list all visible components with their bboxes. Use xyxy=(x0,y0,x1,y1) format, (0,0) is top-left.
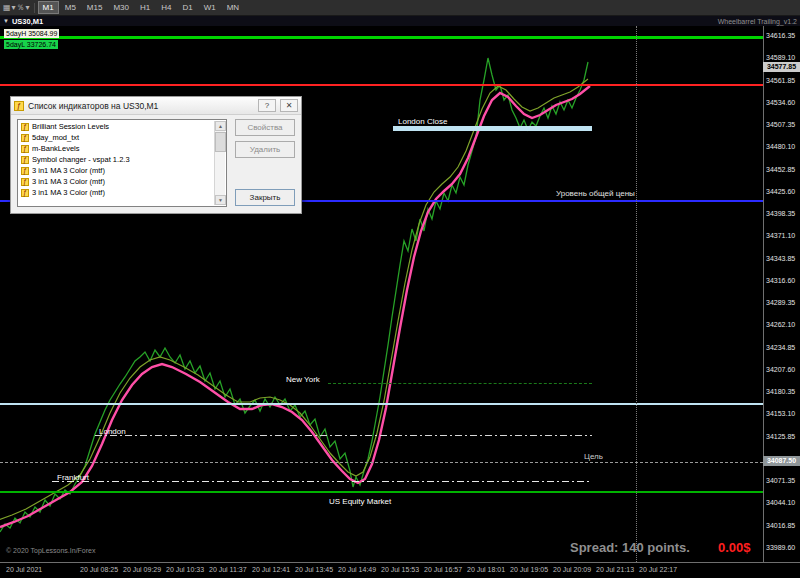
close-icon[interactable]: ✕ xyxy=(280,99,298,112)
dialog-title: Список индикаторов на US30,M1 xyxy=(28,101,254,111)
price-axis-label: 34452.85 xyxy=(766,166,795,173)
target-price-badge: 34087.50 xyxy=(763,456,800,466)
time-axis-label: 20 Jul 19:05 xyxy=(510,566,548,573)
price-axis-label: 34398.35 xyxy=(766,210,795,217)
scroll-up-icon[interactable]: ▲ xyxy=(215,121,226,131)
indicator-list-item[interactable]: ƒSymbol changer - vspat 1.2.3 xyxy=(19,154,213,165)
indicator-function-icon: ƒ xyxy=(21,156,29,164)
timeframe-w1-button[interactable]: W1 xyxy=(199,1,221,14)
time-axis-label: 20 Jul 20:09 xyxy=(553,566,591,573)
indicator-function-icon: ƒ xyxy=(21,189,29,197)
indicator-name: Symbol changer - vspat 1.2.3 xyxy=(32,155,130,164)
indicator-function-icon: ƒ xyxy=(21,178,29,186)
indicator-list-item[interactable]: ƒ5day_mod_txt xyxy=(19,132,213,143)
day-high-tag: 5dayH 35084.99 xyxy=(4,29,59,38)
time-axis-label: 20 Jul 08:25 xyxy=(80,566,118,573)
indicator-list-items: ƒBrilliant Session Levelsƒ5day_mod_txtƒm… xyxy=(19,121,213,198)
window-grid-icon[interactable]: ▦ xyxy=(3,3,11,12)
indicator-name: Brilliant Session Levels xyxy=(32,122,109,131)
timeframe-d1-button[interactable]: D1 xyxy=(177,1,197,14)
ea-name: Wheelbarrel Trailing_v1.2 xyxy=(718,18,797,25)
timeframe-bar: M1M5M15M30H1H4D1W1MN xyxy=(38,1,245,14)
indicator-name: 3 in1 MA 3 Color (mtf) xyxy=(32,166,105,175)
time-axis-label: 20 Jul 10:33 xyxy=(166,566,204,573)
toolbar-separator xyxy=(34,3,35,13)
time-axis-label: 20 Jul 09:29 xyxy=(123,566,161,573)
timeframe-m30-button[interactable]: M30 xyxy=(108,1,134,14)
time-axis-label: 20 Jul 11:37 xyxy=(209,566,247,573)
indicator-function-icon: ƒ xyxy=(21,134,29,142)
time-axis-label: 20 Jul 14:49 xyxy=(338,566,376,573)
indicator-list-item[interactable]: ƒm-BankLevels xyxy=(19,143,213,154)
properties-button[interactable]: Свойства xyxy=(235,119,295,136)
delete-button[interactable]: Удалить xyxy=(235,141,295,158)
chevron-down-icon-1[interactable]: ▾ xyxy=(12,3,16,12)
timeframe-h4-button[interactable]: H4 xyxy=(156,1,176,14)
indicators-dialog: ƒ Список индикаторов на US30,M1 ? ✕ ƒBri… xyxy=(10,96,302,214)
timeframe-m15-button[interactable]: M15 xyxy=(82,1,108,14)
indicator-list-icon: ƒ xyxy=(14,101,24,111)
price-axis-label: 34180.35 xyxy=(766,388,795,395)
copyright-text: © 2020 TopLessons.In/Forex xyxy=(6,547,95,554)
timeframe-mn-button[interactable]: MN xyxy=(222,1,244,14)
indicator-listbox[interactable]: ƒBrilliant Session Levelsƒ5day_mod_txtƒm… xyxy=(17,119,227,207)
price-axis-label: 34480.10 xyxy=(766,143,795,150)
timeframe-m5-button[interactable]: M5 xyxy=(60,1,81,14)
indicator-name: m-BankLevels xyxy=(32,144,80,153)
indicator-name: 3 in1 MA 3 Color (mtf) xyxy=(32,177,105,186)
price-axis-border xyxy=(763,26,764,562)
price-axis-label: 34262.10 xyxy=(766,321,795,328)
metatrader-window: ▦▾％▾ M1M5M15M30H1H4D1W1MN ▼ US30,M1 Whee… xyxy=(0,0,800,578)
profit-text: 0.00$ xyxy=(718,540,751,555)
close-button[interactable]: Закрыть xyxy=(235,189,295,206)
price-axis-label: 34071.35 xyxy=(766,477,795,484)
price-axis-label: 34343.85 xyxy=(766,255,795,262)
timeframe-h1-button[interactable]: H1 xyxy=(135,1,155,14)
listbox-scrollbar[interactable]: ▲ ▼ xyxy=(214,121,225,205)
price-axis-label: 34561.85 xyxy=(766,77,795,84)
period-separator-line xyxy=(636,26,637,562)
spread-text: Spread: 140 points. xyxy=(570,540,690,555)
time-axis-label: 20 Jul 16:57 xyxy=(424,566,462,573)
price-axis-label: 34289.35 xyxy=(766,299,795,306)
collapse-triangle-icon[interactable]: ▼ xyxy=(3,18,9,24)
time-axis-label: 20 Jul 12:41 xyxy=(252,566,290,573)
indicator-list-item[interactable]: ƒ3 in1 MA 3 Color (mtf) xyxy=(19,187,213,198)
price-axis-label: 34153.10 xyxy=(766,410,795,417)
time-axis-label: 20 Jul 22:17 xyxy=(639,566,677,573)
help-icon[interactable]: ? xyxy=(258,99,276,112)
scroll-down-icon[interactable]: ▼ xyxy=(215,195,226,205)
price-axis-label: 34507.35 xyxy=(766,121,795,128)
indicator-function-icon: ƒ xyxy=(21,167,29,175)
price-axis-label: 34316.60 xyxy=(766,277,795,284)
indicator-name: 3 in1 MA 3 Color (mtf) xyxy=(32,188,105,197)
indicator-list-item[interactable]: ƒ3 in1 MA 3 Color (mtf) xyxy=(19,165,213,176)
scrollbar-thumb[interactable] xyxy=(215,132,226,152)
chevron-down-icon-2[interactable]: ▾ xyxy=(26,3,30,12)
price-axis-label: 34425.60 xyxy=(766,188,795,195)
time-axis-label: 20 Jul 18:01 xyxy=(467,566,505,573)
price-axis-label: 34016.85 xyxy=(766,522,795,529)
price-axis-label: 34616.35 xyxy=(766,32,795,39)
day-low-tag: 5dayL 33726.74 xyxy=(4,40,58,49)
time-axis-label: 20 Jul 21:13 xyxy=(596,566,634,573)
dialog-body: ƒBrilliant Session Levelsƒ5day_mod_txtƒm… xyxy=(11,115,301,214)
percent-scale-icon[interactable]: ％ xyxy=(17,2,25,13)
price-axis-label: 34044.10 xyxy=(766,499,795,506)
indicator-function-icon: ƒ xyxy=(21,123,29,131)
time-axis-label: 20 Jul 15:53 xyxy=(381,566,419,573)
chart-title-bar[interactable]: ▼ US30,M1 Wheelbarrel Trailing_v1.2 xyxy=(0,16,800,26)
price-axis-label: 33989.60 xyxy=(766,544,795,551)
price-axis-label: 34207.60 xyxy=(766,366,795,373)
indicator-name: 5day_mod_txt xyxy=(32,133,79,142)
time-axis-label: 20 Jul 13:45 xyxy=(295,566,333,573)
indicator-function-icon: ƒ xyxy=(21,145,29,153)
price-axis-label: 34371.10 xyxy=(766,232,795,239)
chart-symbol: US30,M1 xyxy=(12,17,43,26)
price-axis-label: 34589.10 xyxy=(766,54,795,61)
dialog-title-bar[interactable]: ƒ Список индикаторов на US30,M1 ? ✕ xyxy=(11,97,301,115)
price-axis-label: 34125.85 xyxy=(766,433,795,440)
timeframe-m1-button[interactable]: M1 xyxy=(38,1,59,14)
indicator-list-item[interactable]: ƒ3 in1 MA 3 Color (mtf) xyxy=(19,176,213,187)
indicator-list-item[interactable]: ƒBrilliant Session Levels xyxy=(19,121,213,132)
